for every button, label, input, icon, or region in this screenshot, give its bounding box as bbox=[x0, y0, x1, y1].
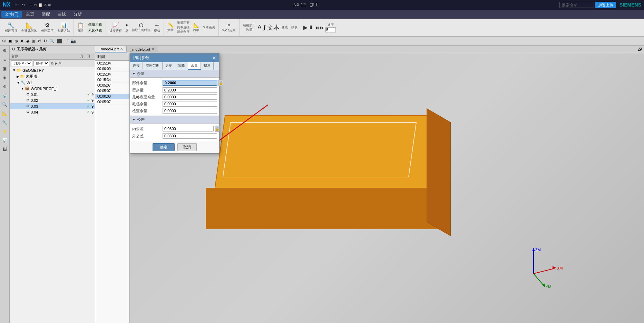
dialog-tab-space[interactable]: 空间范围 bbox=[143, 62, 163, 70]
tree-item-op02[interactable]: ⚙ 0.02 ✓ 9 bbox=[10, 97, 95, 103]
tb2-icon10[interactable]: ⬚ bbox=[64, 38, 69, 44]
upload-button[interactable]: 加速上传 bbox=[595, 2, 616, 8]
fillet-btn[interactable]: ∫ bbox=[262, 24, 266, 31]
wcs-btn[interactable]: ⌖ WCS定向 bbox=[221, 21, 237, 33]
sidebar-icon-11[interactable]: 🖼 bbox=[1, 146, 9, 153]
dialog-tab-more[interactable]: 更多 bbox=[163, 62, 175, 70]
accuracy-btn[interactable]: 精确加工 数量 bbox=[242, 22, 257, 33]
outer-tolerance-input[interactable] bbox=[163, 133, 217, 139]
point-btn[interactable]: • 点 bbox=[124, 21, 130, 33]
menu-analysis[interactable]: 分析 bbox=[70, 11, 85, 18]
time-row-1[interactable]: 00:00:00 bbox=[95, 66, 129, 72]
dialog-tab-strategy[interactable]: 策略 bbox=[175, 62, 188, 70]
part-allowance-input[interactable] bbox=[163, 80, 217, 86]
curve-btn[interactable]: 曲线 bbox=[280, 25, 289, 30]
dialog-close-btn[interactable]: ✕ bbox=[212, 55, 216, 61]
dialog-tab-connect[interactable]: 连接 bbox=[130, 62, 143, 70]
inner-tolerance-lock[interactable]: 🔒 bbox=[215, 126, 219, 132]
sidebar-icon-1[interactable]: ≡ bbox=[1, 56, 9, 63]
tb2-icon7[interactable]: ↻ bbox=[43, 38, 48, 44]
check-allowance-input[interactable] bbox=[163, 108, 217, 114]
machine-btn[interactable]: 机床仿真 bbox=[87, 28, 104, 33]
final-bottom-input[interactable] bbox=[163, 94, 217, 100]
text-btn[interactable]: 文本 bbox=[267, 23, 280, 32]
inner-tolerance-input[interactable] bbox=[163, 126, 214, 131]
tb2-icon11[interactable]: 📷 bbox=[70, 38, 77, 44]
pause-btn[interactable]: ⏸ bbox=[308, 25, 314, 31]
tree-item-op01[interactable]: ⚙ 0.01 ✓ 9 bbox=[10, 91, 95, 97]
sidebar-icon-9[interactable]: ⚡ bbox=[1, 128, 9, 135]
time-row-2[interactable]: 00:15:34 bbox=[95, 72, 129, 77]
measure-btn[interactable]: 📏 测量 bbox=[166, 22, 175, 33]
sidebar-icon-6[interactable]: 🔍 bbox=[1, 101, 9, 108]
undo-icon[interactable]: ↩ bbox=[14, 2, 20, 8]
redo-icon[interactable]: ↪ bbox=[21, 2, 27, 8]
rewind-btn[interactable]: ⏮ bbox=[314, 25, 319, 30]
tree-item-unused[interactable]: ▶ 📁 未用项 bbox=[10, 73, 95, 80]
time-row-5[interactable]: 00:05:07 bbox=[95, 88, 129, 94]
menu-curve[interactable]: 曲线 bbox=[54, 11, 69, 18]
tb2-icon9[interactable]: ⬛ bbox=[56, 38, 63, 44]
sidebar-icon-4[interactable]: ⊕ bbox=[1, 83, 9, 90]
allowance-section-header[interactable]: ▼ 余量 bbox=[130, 70, 219, 78]
sidebar-icon-10[interactable]: 📊 bbox=[1, 137, 9, 144]
sidebar-icon-8[interactable]: 🔧 bbox=[1, 119, 9, 126]
tab-model5[interactable]: _model5.prt ✕ bbox=[127, 47, 158, 52]
tb2-icon5[interactable]: ⊞ bbox=[31, 38, 36, 44]
tree-item-w1[interactable]: ▼ 🔧 W1 bbox=[10, 80, 95, 86]
time-row-0[interactable]: 00:15:34 bbox=[95, 61, 129, 66]
forward-btn[interactable]: ⏭ bbox=[320, 25, 325, 30]
play-btn[interactable]: ▶ bbox=[303, 24, 308, 31]
create-operation-btn[interactable]: ⚙ 创建工序 bbox=[40, 21, 55, 34]
panel-settings-icon[interactable]: ⚙ bbox=[12, 47, 15, 51]
time-row-4[interactable]: 00:05:07 bbox=[95, 83, 129, 88]
tab-model4[interactable]: _model4.prt ✕ bbox=[95, 46, 127, 52]
part-allowance-lock[interactable]: 🔒 bbox=[218, 80, 223, 86]
tb2-icon1[interactable]: ▣ bbox=[8, 38, 13, 44]
tree-item-op03[interactable]: ⚙ 0.03 ✓ 9 bbox=[10, 103, 95, 109]
simple-btn[interactable]: 📐 简单 bbox=[192, 22, 201, 33]
extract-feature-btn[interactable]: ⬡ 抽取几何特征 bbox=[130, 22, 152, 33]
curve-text-btn[interactable]: A bbox=[257, 24, 262, 31]
time-row-3[interactable]: 00:15:34 bbox=[95, 77, 129, 83]
measure-distance-btn[interactable]: 测量距离 简单直径 简单角度 bbox=[176, 20, 191, 35]
sidebar-icon-settings[interactable]: ⚙ bbox=[1, 47, 9, 55]
blade-select[interactable]: 刀片(M) bbox=[11, 60, 32, 66]
extract-btn[interactable]: 抽取 bbox=[290, 25, 299, 30]
tb2-icon2[interactable]: ⊕ bbox=[14, 38, 19, 44]
sidebar-icon-5[interactable]: 📡 bbox=[1, 92, 9, 99]
minimize-btn[interactable]: 🗗 bbox=[636, 46, 644, 52]
properties-btn[interactable]: 📋 属性 bbox=[76, 21, 86, 34]
search-input[interactable] bbox=[559, 2, 594, 8]
time-row-6[interactable]: 00:00:00 bbox=[95, 94, 129, 99]
menu-file[interactable]: 文件(F) bbox=[1, 11, 22, 18]
surface-analysis-btn[interactable]: 📈 拔模分析 bbox=[108, 21, 123, 34]
menu-assembly[interactable]: 装配 bbox=[38, 11, 53, 18]
dialog-tab-allowance[interactable]: 余量 bbox=[188, 62, 201, 70]
cancel-button[interactable]: 取消 bbox=[177, 143, 197, 151]
tab-close-2[interactable]: ✕ bbox=[152, 47, 154, 51]
tree-item-workpiece[interactable]: ▼ 📦 WORKPIECE_1 bbox=[10, 86, 95, 91]
tb2-icon4[interactable]: ◈ bbox=[26, 38, 30, 44]
dialog-tab-corner[interactable]: 拐角 bbox=[201, 62, 214, 70]
stock-allowance-input[interactable] bbox=[163, 101, 217, 107]
tb2-icon6[interactable]: ↺ bbox=[37, 38, 42, 44]
tab-close-1[interactable]: ✕ bbox=[120, 47, 123, 51]
tb2-icon8[interactable]: 🔍 bbox=[49, 38, 55, 44]
create-method-btn[interactable]: 📊 创建方法 bbox=[56, 21, 71, 34]
speed-input[interactable] bbox=[325, 27, 336, 32]
generate-path-btn[interactable]: 生成刀轨 bbox=[87, 22, 104, 27]
simple-distance-btn[interactable]: 简单距离 bbox=[201, 25, 216, 30]
sidebar-icon-7[interactable]: 📐 bbox=[1, 110, 9, 117]
move-btn[interactable]: ↔ 移动 bbox=[153, 21, 162, 33]
time-row-7[interactable]: 00:05:07 bbox=[95, 99, 129, 105]
settings-icon[interactable]: ⚙ bbox=[1, 38, 7, 44]
operation-select[interactable]: 操作 bbox=[33, 60, 49, 66]
tolerance-section-header[interactable]: ▼ 公差 bbox=[130, 116, 219, 124]
ok-button[interactable]: 确定 bbox=[153, 143, 175, 151]
sidebar-icon-2[interactable]: ▣ bbox=[1, 65, 9, 72]
tb2-icon3[interactable]: ✕ bbox=[20, 38, 25, 44]
tree-item-op04[interactable]: ⚙ 0.04 ✓ 9 bbox=[10, 109, 95, 115]
sidebar-icon-3[interactable]: ◈ bbox=[1, 74, 9, 81]
tree-item-geometry[interactable]: ▼ 📁 GEOMETRY bbox=[10, 67, 95, 73]
